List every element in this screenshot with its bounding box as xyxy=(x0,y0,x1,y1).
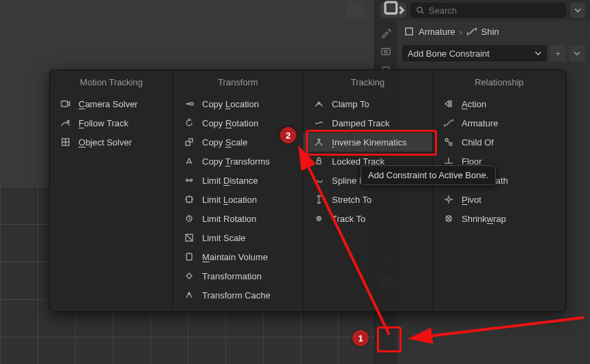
menu-item-shrinkwrap[interactable]: Shrinkwrap xyxy=(433,209,565,228)
menu-column: TransformCopy LocationCopy RotationCopy … xyxy=(173,70,303,311)
svg-point-24 xyxy=(317,216,321,221)
copy-scale-icon xyxy=(183,136,195,148)
chevron-down-icon xyxy=(574,7,581,14)
menu-column: Motion TrackingCamera SolverFollow Track… xyxy=(50,70,173,311)
menu-item-camera-solver[interactable]: Camera Solver xyxy=(50,94,173,113)
svg-point-22 xyxy=(318,139,320,141)
add-bone-constraint-dropdown[interactable]: Add Bone Constraint xyxy=(402,45,547,61)
menu-item-label: Copy Rotation xyxy=(202,118,258,128)
menu-item-action[interactable]: Action xyxy=(433,94,565,113)
copy-rotation-icon xyxy=(183,117,195,129)
stretch-to-icon xyxy=(313,193,325,206)
menu-item-label: Limit Scale xyxy=(202,233,246,243)
menu-item-ik[interactable]: Inverse Kinematics xyxy=(303,132,432,152)
menu-item-copy-location[interactable]: Copy Location xyxy=(173,94,303,113)
svg-point-3 xyxy=(384,51,387,53)
menu-item-clamp-to[interactable]: Clamp To xyxy=(303,94,432,113)
menu-item-track-to[interactable]: Track To xyxy=(303,209,432,228)
pivot-icon xyxy=(442,193,455,206)
limit-rotation-icon xyxy=(183,212,195,225)
search-icon xyxy=(416,5,425,15)
menu-item-label: Pivot xyxy=(462,195,481,205)
menu-item-stretch-to[interactable]: Stretch To xyxy=(303,190,432,209)
add-constraint-plus[interactable]: + xyxy=(550,45,566,61)
limit-location-icon xyxy=(183,193,195,206)
menu-item-label: Follow Track xyxy=(79,118,128,128)
ik-icon xyxy=(313,136,325,148)
menu-item-label: Transform Cache xyxy=(202,290,270,300)
menu-item-armature[interactable]: Armature xyxy=(433,113,565,132)
menu-item-label: Child Of xyxy=(462,137,494,148)
menu-item-label: Damped Track xyxy=(332,118,390,128)
menu-item-limit-location[interactable]: Limit Location xyxy=(173,190,303,209)
damped-track-icon xyxy=(313,117,325,129)
menu-item-label: Action xyxy=(462,99,486,109)
limit-scale-icon xyxy=(183,232,195,244)
add-constraint-extras[interactable] xyxy=(569,45,585,61)
menu-item-label: Copy Location xyxy=(202,99,259,109)
menu-item-follow-track[interactable]: Follow Track xyxy=(50,113,173,132)
breadcrumb-armature[interactable]: Armature xyxy=(419,27,455,37)
svg-point-1 xyxy=(417,8,422,12)
svg-rect-7 xyxy=(406,28,412,35)
svg-point-9 xyxy=(68,121,70,123)
clamp-to-icon xyxy=(313,98,325,110)
shrinkwrap-icon xyxy=(442,212,455,225)
menu-item-transform-cache[interactable]: Transform Cache xyxy=(173,285,303,305)
menu-item-label: Armature xyxy=(462,118,498,128)
properties-top-row xyxy=(375,0,590,20)
menu-item-limit-rotation[interactable]: Limit Rotation xyxy=(173,209,303,228)
menu-item-limit-scale[interactable]: Limit Scale xyxy=(173,228,303,247)
menu-item-label: Copy Scale xyxy=(202,137,248,148)
child-of-icon xyxy=(442,136,455,148)
chevron-right-icon: › xyxy=(459,27,462,37)
property-search[interactable] xyxy=(410,3,566,18)
menu-item-label: Limit Location xyxy=(202,195,257,205)
properties-body: Armature › Shin Add Bone Constraint + xyxy=(397,20,590,64)
chevron-down-icon xyxy=(574,50,580,57)
copy-transforms-icon xyxy=(183,155,195,167)
copy-location-icon xyxy=(183,98,195,110)
menu-item-copy-scale[interactable]: Copy Scale xyxy=(173,132,303,152)
tab-tool[interactable] xyxy=(378,25,394,41)
svg-point-25 xyxy=(318,218,320,219)
menu-item-label: Shrinkwrap xyxy=(462,214,506,224)
svg-rect-19 xyxy=(186,253,192,260)
svg-point-11 xyxy=(191,102,193,105)
menu-item-label: Track To xyxy=(332,214,365,224)
menu-item-transformation[interactable]: Transformation xyxy=(173,266,303,285)
svg-rect-8 xyxy=(61,101,68,107)
menu-item-maintain-volume[interactable]: Maintain Volume xyxy=(173,247,303,266)
tooltip-text: Add Constraint to Active Bone. xyxy=(368,170,488,180)
menu-column-header: Transform xyxy=(173,70,303,94)
menu-item-copy-rotation[interactable]: Copy Rotation xyxy=(173,113,303,132)
tab-render[interactable] xyxy=(378,44,394,60)
svg-rect-26 xyxy=(450,101,451,107)
spline-ik-icon xyxy=(313,174,325,186)
track-to-icon xyxy=(313,212,325,225)
search-input[interactable] xyxy=(429,5,561,16)
menu-item-label: Inverse Kinematics xyxy=(332,137,407,148)
armature-icon xyxy=(442,117,455,129)
locked-track-icon xyxy=(313,155,325,167)
svg-point-28 xyxy=(449,143,452,145)
menu-item-copy-transforms[interactable]: Copy Transforms xyxy=(173,152,303,171)
svg-point-14 xyxy=(186,180,188,182)
svg-rect-2 xyxy=(382,48,390,55)
gizmo-button[interactable] xyxy=(347,1,365,19)
menu-item-label: Limit Distance xyxy=(202,176,258,186)
pin-button[interactable] xyxy=(380,3,406,18)
menu-item-object-solver[interactable]: Object Solver xyxy=(50,132,173,152)
menu-item-limit-distance[interactable]: Limit Distance xyxy=(173,171,303,190)
svg-rect-0 xyxy=(385,2,397,14)
action-icon xyxy=(442,98,455,110)
options-dropdown[interactable] xyxy=(570,3,585,18)
breadcrumb-bone[interactable]: Shin xyxy=(481,27,499,37)
add-bone-constraint-menu: Motion TrackingCamera SolverFollow Track… xyxy=(49,70,566,312)
menu-item-damped-track[interactable]: Damped Track xyxy=(303,113,432,132)
menu-item-label: Clamp To xyxy=(332,99,369,109)
menu-item-pivot[interactable]: Pivot xyxy=(433,190,565,209)
limit-distance-icon xyxy=(183,174,195,186)
menu-item-child-of[interactable]: Child Of xyxy=(433,132,565,152)
svg-point-15 xyxy=(191,180,193,182)
